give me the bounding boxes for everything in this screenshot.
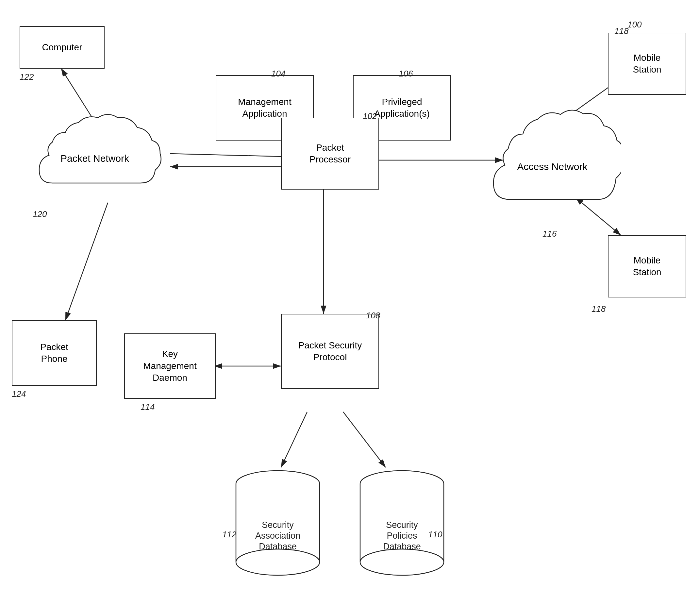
svg-text:Security: Security: [386, 520, 418, 530]
svg-point-20: [236, 549, 320, 575]
packet-phone-box: PacketPhone: [12, 320, 97, 386]
arrows-svg: [0, 0, 700, 605]
computer-box: Computer: [20, 26, 105, 69]
security-assoc-db: Security Association Database: [235, 468, 320, 588]
ref-106: 106: [399, 69, 413, 79]
svg-text:Policies: Policies: [386, 531, 417, 540]
svg-point-28: [360, 549, 444, 575]
svg-line-11: [343, 412, 385, 468]
packet-security-box: Packet SecurityProtocol: [281, 314, 379, 389]
ref-114: 114: [141, 402, 155, 412]
ref-122: 122: [20, 72, 34, 82]
svg-line-3: [65, 203, 108, 320]
ref-124: 124: [12, 389, 26, 399]
key-management-box: KeyManagementDaemon: [124, 333, 216, 399]
access-network-cloud: Access Network: [484, 101, 621, 226]
svg-text:Security: Security: [262, 520, 294, 530]
svg-text:Database: Database: [259, 541, 297, 551]
mobile-station-2-box: MobileStation: [608, 235, 686, 298]
svg-text:Association: Association: [255, 531, 300, 540]
svg-line-10: [281, 412, 307, 468]
ref-102: 102: [363, 111, 377, 121]
diagram: 100 Computer 122 ManagementApplication 1…: [0, 0, 700, 605]
mobile-station-1-box: MobileStation: [608, 33, 686, 95]
packet-network-cloud: Packet Network: [26, 105, 164, 209]
svg-text:Packet Network: Packet Network: [60, 153, 129, 164]
security-policies-db: Security Policies Database: [359, 468, 445, 588]
svg-text:Access Network: Access Network: [517, 161, 588, 172]
ref-118-2: 118: [592, 304, 605, 314]
ref-104: 104: [271, 69, 285, 79]
ref-118-1: 118: [615, 26, 628, 36]
packet-processor-box: PacketProcessor: [281, 118, 379, 190]
ref-100: 100: [627, 20, 642, 30]
ref-120: 120: [33, 209, 47, 219]
ref-110: 110: [428, 529, 442, 539]
ref-112: 112: [222, 529, 236, 539]
ref-108: 108: [366, 310, 380, 321]
svg-line-4: [170, 154, 294, 157]
svg-text:Database: Database: [383, 541, 421, 551]
ref-116: 116: [543, 229, 556, 239]
